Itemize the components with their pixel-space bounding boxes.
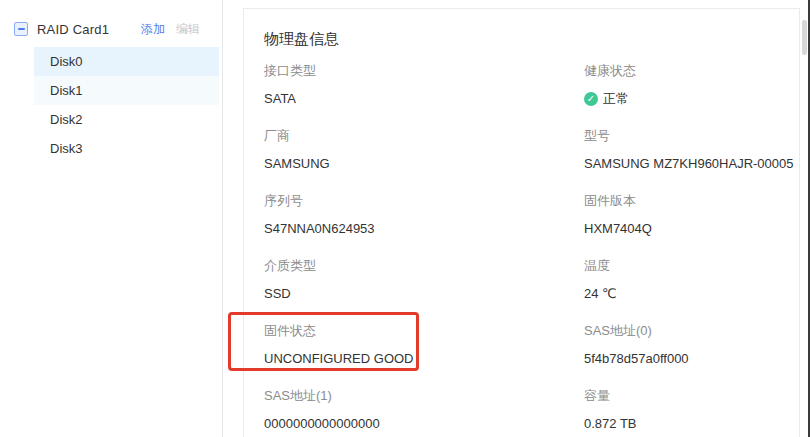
field-health-status: 健康状态 ✓ 正常: [584, 63, 799, 107]
disk-list: Disk0 Disk1 Disk2 Disk3: [0, 47, 222, 163]
field-label: 介质类型: [264, 258, 584, 274]
field-interface-type: 接口类型 SATA: [264, 63, 584, 107]
field-label: 型号: [584, 128, 799, 144]
field-label: 固件版本: [584, 193, 799, 209]
physical-disk-info-panel: 物理盘信息 接口类型 SATA 健康状态 ✓ 正常 厂商 SAMSUNG 型号 …: [243, 8, 800, 437]
field-value: S47NNA0N624953: [264, 221, 584, 237]
disk-tree-sidebar: RAID Card1 添加 编辑 Disk0 Disk1 Disk2 Disk3: [0, 0, 223, 437]
field-value: 0000000000000000: [264, 416, 584, 432]
field-firmware-state: 固件状态 UNCONFIGURED GOOD: [264, 323, 584, 367]
field-value: 24 ℃: [584, 286, 799, 302]
field-firmware-version: 固件版本 HXM7404Q: [584, 193, 799, 237]
field-label: 序列号: [264, 193, 584, 209]
field-sas-address-0: SAS地址(0) 5f4b78d57a0ff000: [584, 323, 799, 367]
check-circle-icon: ✓: [584, 92, 598, 106]
disk-item-disk2[interactable]: Disk2: [34, 105, 219, 134]
field-value: SATA: [264, 91, 584, 107]
field-model: 型号 SAMSUNG MZ7KH960HAJR-00005: [584, 128, 799, 172]
edit-link[interactable]: 编辑: [176, 21, 200, 38]
field-value: SAMSUNG MZ7KH960HAJR-00005: [584, 156, 799, 172]
field-value: HXM7404Q: [584, 221, 799, 237]
field-value: UNCONFIGURED GOOD: [264, 351, 584, 367]
field-capacity: 容量 0.872 TB: [584, 388, 799, 432]
collapse-minus-icon[interactable]: [14, 22, 28, 36]
field-value: SSD: [264, 286, 584, 302]
field-media-type: 介质类型 SSD: [264, 258, 584, 302]
field-label: SAS地址(1): [264, 388, 584, 404]
field-grid: 接口类型 SATA 健康状态 ✓ 正常 厂商 SAMSUNG 型号 SAMSUN…: [264, 63, 799, 432]
field-temperature: 温度 24 ℃: [584, 258, 799, 302]
add-link[interactable]: 添加: [141, 21, 165, 38]
disk-item-disk0[interactable]: Disk0: [34, 47, 219, 76]
field-label: 固件状态: [264, 323, 584, 339]
field-value: ✓ 正常: [584, 91, 799, 107]
raid-card-label: RAID Card1: [37, 22, 141, 37]
field-label: SAS地址(0): [584, 323, 799, 339]
raid-card-node[interactable]: RAID Card1 添加 编辑: [0, 18, 222, 40]
field-label: 健康状态: [584, 63, 799, 79]
disk-item-disk3[interactable]: Disk3: [34, 134, 219, 163]
minus-glyph: [18, 28, 25, 30]
vertical-scrollbar[interactable]: [801, 0, 808, 437]
field-value: 5f4b78d57a0ff000: [584, 351, 799, 367]
field-vendor: 厂商 SAMSUNG: [264, 128, 584, 172]
health-status-text: 正常: [603, 91, 629, 107]
field-sas-address-1: SAS地址(1) 0000000000000000: [264, 388, 584, 432]
field-label: 容量: [584, 388, 799, 404]
disk-item-disk1[interactable]: Disk1: [34, 76, 219, 105]
field-label: 厂商: [264, 128, 584, 144]
scrollbar-thumb[interactable]: [802, 20, 807, 55]
field-label: 温度: [584, 258, 799, 274]
field-value: SAMSUNG: [264, 156, 584, 172]
field-label: 接口类型: [264, 63, 584, 79]
page-title: 物理盘信息: [264, 29, 799, 49]
field-value: 0.872 TB: [584, 416, 799, 432]
field-serial-number: 序列号 S47NNA0N624953: [264, 193, 584, 237]
window-edge-line: [808, 0, 810, 437]
